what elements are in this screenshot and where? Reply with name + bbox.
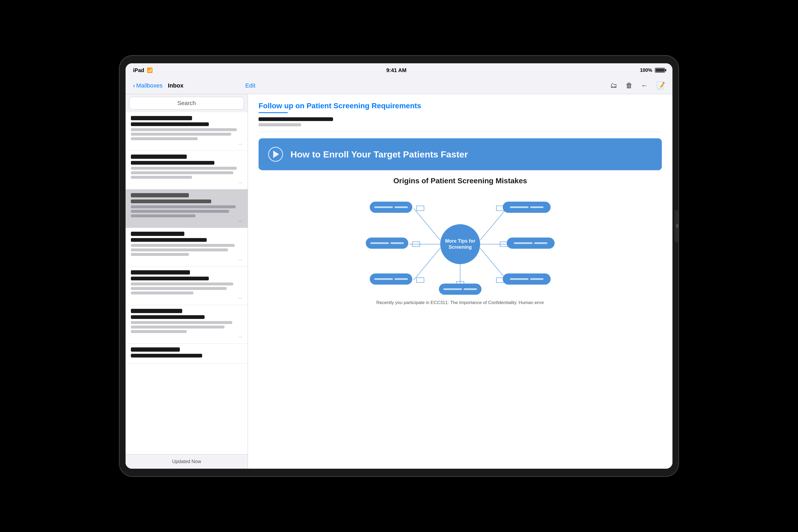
subject-line	[131, 122, 209, 126]
excerpt-line-short	[131, 291, 193, 294]
wifi-icon: 📶	[147, 67, 153, 73]
subject-line	[131, 277, 209, 280]
excerpt-line	[131, 171, 233, 174]
mailboxes-label[interactable]: Mailboxes	[136, 82, 163, 89]
list-item[interactable]: ···	[126, 267, 248, 305]
more-dots: ···	[131, 296, 242, 301]
origins-section: Origins of Patient Screening Mistakes	[259, 177, 662, 295]
battery-percent-label: 100%	[640, 68, 652, 73]
excerpt-line	[131, 248, 228, 251]
battery-fill	[656, 69, 664, 72]
sender-info-line	[259, 117, 333, 121]
list-item[interactable]	[126, 344, 248, 364]
battery-indicator	[655, 68, 665, 73]
list-item[interactable]: ···	[126, 189, 248, 228]
excerpt-line	[131, 167, 237, 170]
subject-underline	[259, 112, 288, 113]
excerpt-lines	[131, 167, 242, 179]
video-banner[interactable]: How to Enroll Your Target Patients Faste…	[259, 138, 662, 170]
folder-icon[interactable]: 🗂	[610, 81, 617, 90]
excerpt-line	[131, 210, 229, 213]
play-button[interactable]	[268, 147, 283, 162]
main-content: Search ···	[126, 94, 672, 469]
trash-icon[interactable]: 🗑	[626, 81, 632, 90]
center-node-label: More Tips for Screening	[440, 238, 480, 251]
sender-line	[131, 270, 190, 274]
sender-line	[131, 155, 187, 159]
excerpt-line	[131, 287, 227, 290]
mind-map: More Tips for Screening	[364, 194, 556, 295]
more-dots: ···	[131, 218, 242, 224]
sender-line	[131, 309, 182, 313]
more-dots: ···	[131, 180, 242, 185]
inbox-title: Inbox	[168, 82, 184, 89]
excerpt-line	[131, 128, 237, 131]
excerpt-line	[131, 283, 233, 285]
chevron-left-icon: ‹	[133, 82, 135, 89]
svg-rect-12	[496, 278, 504, 283]
battery-icon	[655, 68, 665, 73]
more-dots: ···	[131, 257, 242, 263]
svg-rect-9	[417, 278, 424, 283]
power-button[interactable]	[674, 210, 678, 242]
search-container: Search	[126, 94, 248, 112]
subject-line	[131, 200, 211, 203]
excerpt-lines	[131, 321, 242, 333]
status-left: iPad 📶	[133, 67, 153, 73]
status-right: 100%	[640, 68, 665, 73]
svg-line-5	[480, 248, 507, 280]
excerpt-line	[131, 321, 232, 324]
search-box[interactable]: Search	[129, 97, 244, 110]
excerpt-line	[131, 205, 236, 208]
excerpt-line-short	[131, 176, 192, 179]
toolbar-left: ‹ Mailboxes Inbox Edit	[133, 82, 255, 89]
sender-date-line	[259, 123, 301, 126]
sender-line	[131, 347, 180, 352]
compose-icon[interactable]: 📝	[657, 81, 665, 90]
list-item[interactable]: ···	[126, 151, 248, 189]
svg-line-2	[414, 248, 440, 280]
subject-line	[131, 161, 214, 165]
email-list: Search ···	[126, 94, 248, 469]
status-bar: iPad 📶 9:41 AM 100%	[126, 63, 672, 77]
video-title: How to Enroll Your Target Patients Faste…	[290, 148, 468, 160]
svg-line-0	[414, 208, 440, 240]
device-name-label: iPad	[133, 67, 144, 73]
edit-button[interactable]: Edit	[245, 82, 255, 89]
search-label: Search	[177, 100, 196, 107]
sender-line	[131, 232, 184, 236]
email-subject-title: Follow up on Patient Screening Requireme…	[259, 101, 662, 110]
main-toolbar: ‹ Mailboxes Inbox Edit 🗂 🗑 ← 📝	[126, 77, 672, 94]
updated-label: Updated Now	[126, 454, 248, 469]
list-item[interactable]: ···	[126, 305, 248, 344]
excerpt-lines	[131, 244, 242, 256]
excerpt-line-short	[131, 253, 189, 256]
excerpt-line	[131, 133, 231, 136]
email-items: ··· ···	[126, 112, 248, 454]
excerpt-lines	[131, 205, 242, 217]
subject-line	[131, 354, 202, 358]
svg-line-3	[480, 208, 507, 240]
excerpt-lines	[131, 283, 242, 294]
more-dots: ···	[131, 334, 242, 340]
excerpt-line	[131, 326, 225, 328]
svg-rect-7	[417, 206, 424, 211]
list-item[interactable]: ···	[126, 112, 248, 151]
back-button[interactable]: ‹ Mailboxes	[133, 82, 163, 89]
sender-line	[131, 193, 189, 197]
sender-line	[131, 116, 192, 120]
excerpt-line-short	[131, 330, 187, 333]
reply-icon[interactable]: ←	[641, 81, 648, 90]
email-detail: Follow up on Patient Screening Requireme…	[248, 94, 672, 469]
center-node: More Tips for Screening	[440, 224, 480, 264]
ipad-frame: iPad 📶 9:41 AM 100% ‹ Mailboxes In	[120, 56, 678, 476]
svg-rect-10	[496, 206, 504, 211]
excerpt-lines	[131, 128, 242, 140]
origins-title: Origins of Patient Screening Mistakes	[259, 177, 662, 185]
email-detail-header: Follow up on Patient Screening Requireme…	[259, 101, 662, 132]
ipad-screen: iPad 📶 9:41 AM 100% ‹ Mailboxes In	[126, 63, 672, 469]
more-dots: ···	[131, 141, 242, 147]
status-time: 9:41 AM	[386, 67, 406, 73]
list-item[interactable]: ···	[126, 228, 248, 267]
excerpt-line	[131, 244, 234, 247]
